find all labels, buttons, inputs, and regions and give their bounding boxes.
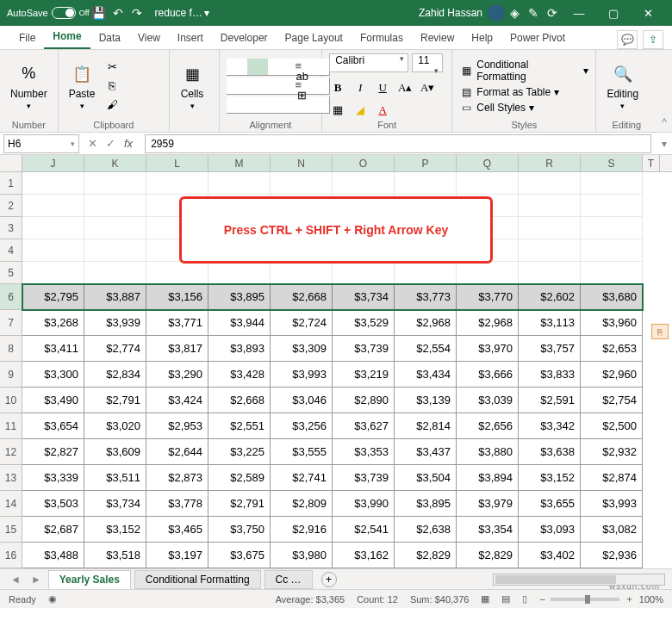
close-button[interactable]: ✕ — [631, 7, 665, 20]
col-header[interactable]: O — [333, 155, 395, 171]
cell[interactable]: $2,644 — [146, 439, 208, 465]
cell[interactable]: $2,968 — [457, 310, 519, 336]
name-box[interactable]: H6▾ — [3, 134, 79, 153]
format-as-table-button[interactable]: ▤Format as Table ▾ — [459, 86, 588, 98]
zoom-out-icon[interactable]: − — [539, 594, 544, 605]
table-row[interactable]: $2,687$3,152$3,465$3,750$2,916$2,541$2,6… — [22, 517, 643, 543]
row-header[interactable]: 13 — [0, 465, 22, 491]
cell[interactable]: $3,979 — [457, 491, 519, 517]
cell[interactable]: $2,591 — [519, 388, 581, 413]
cell[interactable]: $3,680 — [581, 284, 643, 310]
zoom-control[interactable]: − ＋ 100% — [539, 592, 663, 605]
cell[interactable]: $3,046 — [271, 388, 333, 413]
row-header[interactable]: 11 — [0, 413, 22, 439]
cell[interactable]: $2,932 — [581, 439, 643, 465]
cell[interactable]: $3,225 — [208, 439, 271, 465]
cut-icon[interactable]: ✂ — [103, 59, 121, 75]
cell[interactable]: $3,895 — [208, 284, 271, 310]
cell[interactable] — [271, 217, 333, 239]
col-header[interactable]: M — [208, 155, 271, 171]
zoom-slider[interactable] — [551, 598, 619, 601]
cell[interactable] — [22, 195, 84, 217]
cell[interactable]: $2,754 — [581, 388, 643, 413]
cell[interactable] — [457, 239, 519, 262]
cell[interactable] — [84, 262, 146, 284]
table-row[interactable]: $2,827$3,609$2,644$3,225$3,555$3,353$3,4… — [22, 439, 643, 465]
cell[interactable]: $3,555 — [271, 439, 333, 465]
autosave-switch[interactable] — [52, 7, 76, 19]
cell[interactable] — [395, 195, 457, 217]
row-header[interactable]: 5 — [0, 262, 22, 284]
cell[interactable]: $3,609 — [84, 439, 146, 465]
table-row[interactable]: $3,339$3,511$2,873$2,589$2,741$3,739$3,5… — [22, 465, 643, 491]
cell[interactable] — [84, 239, 146, 262]
cell[interactable]: $2,774 — [84, 336, 146, 362]
cell[interactable] — [271, 172, 333, 195]
cell[interactable]: $3,518 — [84, 543, 146, 568]
user-account[interactable]: Zahid Hassan — [419, 4, 505, 22]
cell[interactable]: $3,939 — [84, 310, 146, 336]
collapse-ribbon-icon[interactable]: ^ — [656, 50, 672, 132]
cell[interactable]: $3,162 — [333, 543, 395, 568]
cell[interactable]: $3,503 — [22, 491, 84, 517]
cell[interactable] — [84, 195, 146, 217]
minimize-button[interactable]: — — [562, 7, 596, 20]
cell[interactable]: $2,809 — [271, 491, 333, 517]
cell[interactable]: $2,602 — [519, 284, 581, 310]
cell[interactable]: $2,829 — [395, 543, 457, 568]
decrease-font-icon[interactable]: A▾ — [419, 81, 436, 95]
cell[interactable]: $3,970 — [457, 336, 519, 362]
fx-icon[interactable]: fx — [124, 137, 133, 150]
cell[interactable]: $3,402 — [519, 543, 581, 568]
row-header[interactable]: 15 — [0, 517, 22, 543]
cell[interactable]: $3,770 — [457, 284, 519, 310]
pen-icon[interactable]: ✎ — [524, 6, 543, 20]
cell[interactable]: $3,627 — [333, 413, 395, 439]
cell[interactable]: $3,638 — [519, 439, 581, 465]
cell[interactable]: $2,668 — [271, 284, 333, 310]
row-header[interactable]: 6 — [0, 284, 22, 310]
cell[interactable]: $3,511 — [84, 465, 146, 491]
cell-styles-button[interactable]: ▭Cell Styles ▾ — [459, 102, 588, 114]
table-row[interactable]: $3,654$3,020$2,953$2,551$3,256$3,627$2,8… — [22, 413, 643, 439]
cell[interactable] — [457, 172, 519, 195]
table-row[interactable] — [22, 172, 643, 195]
italic-button[interactable]: I — [352, 81, 369, 95]
cell[interactable]: $3,734 — [333, 284, 395, 310]
cell[interactable]: $3,993 — [581, 491, 643, 517]
cell[interactable]: $3,993 — [271, 362, 333, 388]
cell[interactable]: $3,488 — [22, 543, 84, 568]
cell[interactable] — [22, 172, 84, 195]
cell[interactable] — [519, 195, 581, 217]
cell[interactable]: $3,219 — [333, 362, 395, 388]
row-header[interactable]: 3 — [0, 217, 22, 239]
tab-view[interactable]: View — [129, 28, 169, 49]
cell[interactable]: $3,817 — [146, 336, 208, 362]
cell[interactable]: $2,960 — [581, 362, 643, 388]
editing-button[interactable]: 🔍 Editing ▾ — [603, 60, 642, 112]
row-header[interactable]: 8 — [0, 336, 22, 362]
cell[interactable]: $3,093 — [519, 517, 581, 543]
cell[interactable]: $3,113 — [519, 310, 581, 336]
cell[interactable]: $3,256 — [271, 413, 333, 439]
view-normal-icon[interactable]: ▦ — [481, 593, 489, 605]
cell[interactable]: $3,654 — [22, 413, 84, 439]
cell[interactable]: $2,554 — [395, 336, 457, 362]
sync-icon[interactable]: ⟳ — [543, 6, 562, 20]
row-headers[interactable]: 12345678910111213141516 — [0, 172, 22, 568]
cell[interactable]: $3,342 — [519, 413, 581, 439]
accessibility-icon[interactable]: ◉ — [48, 593, 57, 605]
share-button[interactable]: ⇪ — [643, 30, 663, 49]
cell[interactable]: $2,795 — [22, 284, 84, 310]
cell[interactable] — [581, 195, 643, 217]
table-row[interactable]: $3,268$3,939$3,771$3,944$2,724$3,529$2,9… — [22, 310, 643, 336]
cell[interactable]: $3,895 — [395, 491, 457, 517]
enter-formula-icon[interactable]: ✓ — [106, 137, 115, 150]
smart-tag-icon[interactable]: ⎘ — [651, 324, 669, 339]
sheet-tab[interactable]: Conditional Formatting — [134, 570, 261, 589]
cell[interactable]: $3,880 — [457, 439, 519, 465]
cells-area[interactable]: Press CTRL + SHIFT + Right Arrow Key $2,… — [22, 172, 643, 568]
cell[interactable]: $3,887 — [84, 284, 146, 310]
cell[interactable]: $3,894 — [457, 465, 519, 491]
cell[interactable]: $3,750 — [208, 517, 271, 543]
